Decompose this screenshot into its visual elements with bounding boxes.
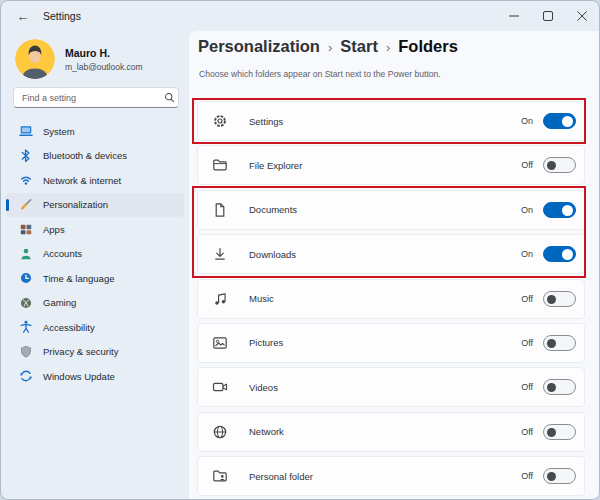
folder-row-documents: Documents On — [197, 190, 585, 230]
music-toggle[interactable] — [543, 291, 576, 307]
folder-row-label: Settings — [249, 116, 521, 127]
sidebar-item-accounts[interactable]: Accounts — [6, 242, 184, 267]
close-button[interactable] — [565, 1, 599, 31]
back-button[interactable]: ← — [9, 5, 37, 27]
sidebar-item-network[interactable]: Network & internet — [6, 168, 184, 193]
download-icon — [212, 246, 228, 262]
toggle-knob — [562, 205, 573, 216]
toggle-state-label: On — [521, 116, 533, 126]
maximize-button[interactable] — [531, 1, 565, 31]
sidebar-item-accessibility[interactable]: Accessibility — [6, 315, 184, 340]
sidebar-item-label: System — [43, 126, 75, 137]
personal-folder-icon — [212, 468, 228, 484]
maximize-icon — [543, 11, 553, 21]
search-input[interactable] — [14, 93, 160, 103]
downloads-toggle[interactable] — [543, 246, 576, 262]
personal-folder-toggle[interactable] — [543, 468, 576, 484]
windows-update-icon — [19, 369, 33, 383]
sidebar-item-privacy-security[interactable]: Privacy & security — [6, 340, 184, 365]
breadcrumb-folders: Folders — [398, 37, 458, 56]
sidebar-item-personalization[interactable]: Personalization — [6, 193, 184, 218]
toggle-knob — [547, 472, 556, 481]
globe-icon — [212, 424, 228, 440]
sidebar-item-label: Time & language — [43, 273, 114, 284]
avatar — [15, 39, 55, 79]
sidebar-nav: System Bluetooth & devices Network & int… — [6, 119, 184, 389]
network-toggle[interactable] — [543, 424, 576, 440]
folder-row-personal-folder: Personal folder Off — [197, 456, 585, 496]
folder-row-videos: Videos Off — [197, 367, 585, 407]
documents-toggle[interactable] — [543, 202, 576, 218]
close-icon — [577, 11, 587, 21]
folder-row-label: File Explorer — [249, 160, 521, 171]
folder-row-label: Music — [249, 293, 521, 304]
sidebar-item-time-language[interactable]: Time & language — [6, 266, 184, 291]
breadcrumb-personalization[interactable]: Personalization — [198, 37, 320, 56]
sidebar-item-label: Windows Update — [43, 371, 115, 382]
file-explorer-toggle[interactable] — [543, 157, 576, 173]
toggle-state-label: Off — [521, 427, 533, 437]
toggle-knob — [562, 249, 573, 260]
toggle-state-label: Off — [521, 471, 533, 481]
minimize-icon — [509, 11, 519, 21]
toggle-knob — [547, 161, 556, 170]
sidebar: Mauro H. m_lab@outlook.com System Blue — [1, 31, 189, 500]
folder-row-settings: Settings On — [197, 101, 585, 141]
settings-window: ← Settings — [0, 0, 600, 500]
personalization-icon — [19, 198, 33, 212]
breadcrumb-start[interactable]: Start — [340, 37, 378, 56]
toggle-state-label: Off — [521, 160, 533, 170]
chevron-right-icon: › — [328, 39, 332, 55]
sidebar-item-label: Personalization — [43, 199, 108, 210]
titlebar: ← Settings — [1, 1, 599, 31]
gaming-icon — [19, 296, 33, 310]
window-controls — [497, 1, 599, 31]
minimize-button[interactable] — [497, 1, 531, 31]
search-box[interactable] — [13, 87, 179, 108]
video-camera-icon — [212, 379, 228, 395]
picture-icon — [212, 335, 228, 351]
folder-row-label: Downloads — [249, 249, 521, 260]
folder-row-label: Videos — [249, 382, 521, 393]
sidebar-item-system[interactable]: System — [6, 119, 184, 144]
time-language-icon — [19, 271, 33, 285]
folder-row-pictures: Pictures Off — [197, 323, 585, 363]
sidebar-item-label: Accessibility — [43, 322, 95, 333]
pictures-toggle[interactable] — [543, 335, 576, 351]
toggle-state-label: Off — [521, 294, 533, 304]
user-info: Mauro H. m_lab@outlook.com — [65, 47, 143, 72]
toggle-knob — [547, 383, 556, 392]
sidebar-item-apps[interactable]: Apps — [6, 217, 184, 242]
apps-icon — [19, 222, 33, 236]
toggle-state-label: On — [521, 249, 533, 259]
settings-toggle[interactable] — [543, 113, 576, 129]
sidebar-item-windows-update[interactable]: Windows Update — [6, 364, 184, 389]
sidebar-item-label: Bluetooth & devices — [43, 150, 127, 161]
document-icon — [212, 202, 228, 218]
breadcrumb: Personalization › Start › Folders — [198, 37, 458, 56]
user-email: m_lab@outlook.com — [65, 62, 143, 72]
folder-row-label: Documents — [249, 204, 521, 215]
toggle-knob — [547, 295, 556, 304]
sidebar-item-gaming[interactable]: Gaming — [6, 291, 184, 316]
toggle-state-label: Off — [521, 338, 533, 348]
chevron-right-icon: › — [386, 39, 390, 55]
accounts-icon — [19, 247, 33, 261]
privacy-security-icon — [19, 345, 33, 359]
user-profile[interactable]: Mauro H. m_lab@outlook.com — [15, 39, 143, 79]
folder-row-network: Network Off — [197, 412, 585, 452]
folder-icon — [212, 157, 228, 173]
toggle-knob — [547, 428, 556, 437]
sidebar-item-label: Apps — [43, 224, 65, 235]
sidebar-item-label: Privacy & security — [43, 346, 119, 357]
toggle-knob — [562, 116, 573, 127]
sidebar-item-label: Network & internet — [43, 175, 121, 186]
sidebar-item-bluetooth[interactable]: Bluetooth & devices — [6, 144, 184, 169]
videos-toggle[interactable] — [543, 379, 576, 395]
sidebar-item-label: Accounts — [43, 248, 82, 259]
sidebar-item-label: Gaming — [43, 297, 76, 308]
system-icon — [19, 124, 33, 138]
gear-icon — [212, 113, 228, 129]
toggle-state-label: Off — [521, 382, 533, 392]
toggle-knob — [547, 339, 556, 348]
